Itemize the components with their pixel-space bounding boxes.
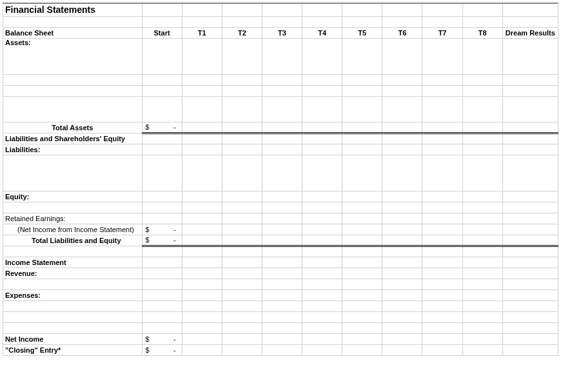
net-income-from-is-label: (Net Income from Income Statement) <box>3 224 143 235</box>
closing-entry-value[interactable]: $- <box>142 344 182 355</box>
net-income-from-is-value[interactable]: $- <box>142 224 182 235</box>
total-liabilities-equity-value[interactable]: $- <box>142 235 182 246</box>
col-t5: T5 <box>342 27 382 38</box>
col-start: Start <box>142 27 182 38</box>
currency-amount: - <box>173 123 176 131</box>
col-t6: T6 <box>382 27 422 38</box>
currency-symbol: $ <box>146 335 150 343</box>
closing-entry-label: "Closing" Entry* <box>3 344 143 355</box>
currency-amount: - <box>173 236 176 244</box>
col-t8: T8 <box>462 27 502 38</box>
financial-statements-table: Financial Statements Balance Sheet Start… <box>3 3 558 356</box>
currency-amount: - <box>173 346 176 354</box>
total-assets-value[interactable]: $- <box>142 122 182 133</box>
net-income-value[interactable]: $- <box>142 333 182 344</box>
col-t2: T2 <box>222 27 262 38</box>
revenue-label: Revenue: <box>3 268 143 279</box>
currency-symbol: $ <box>146 236 150 244</box>
col-t1: T1 <box>182 27 222 38</box>
assets-label: Assets: <box>3 38 143 74</box>
net-income-label: Net Income <box>3 333 143 344</box>
col-t7: T7 <box>422 27 462 38</box>
retained-earnings-label: Retained Earnings: <box>3 213 143 224</box>
liabilities-label: Liabilities: <box>3 144 143 155</box>
total-liabilities-equity-label: Total Liabilities and Equity <box>3 235 143 246</box>
col-t4: T4 <box>302 27 342 38</box>
col-t3: T3 <box>262 27 302 38</box>
liabilities-equity-label: Liabilities and Shareholders' Equity <box>3 133 143 144</box>
equity-label: Equity: <box>3 191 143 202</box>
total-assets-label: Total Assets <box>3 122 143 133</box>
page-title: Financial Statements <box>3 3 143 16</box>
balance-sheet-label: Balance Sheet <box>3 27 143 38</box>
currency-symbol: $ <box>146 346 150 354</box>
income-statement-label: Income Statement <box>3 257 143 268</box>
col-dream: Dream Results <box>502 27 558 38</box>
currency-symbol: $ <box>146 226 150 233</box>
currency-symbol: $ <box>146 123 150 131</box>
expenses-label: Expenses: <box>3 289 143 300</box>
currency-amount: - <box>173 335 176 343</box>
currency-amount: - <box>173 226 176 233</box>
